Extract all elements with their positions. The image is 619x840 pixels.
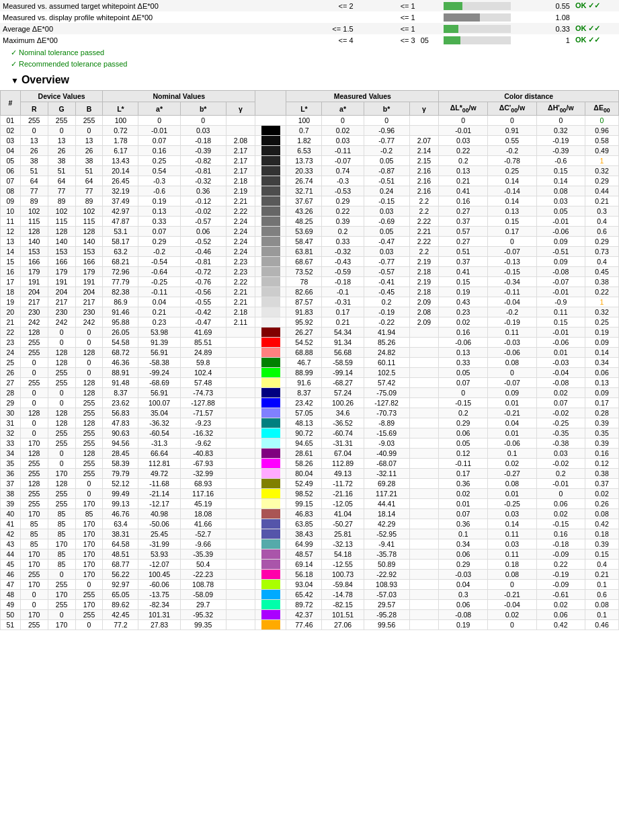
row-ameas: -0.53 [322,186,364,196]
row-dE00: 0.4 [585,217,619,227]
row-Lmeas: 95.92 [286,317,322,328]
row-B: 166 [75,257,103,267]
row-B: 26 [75,146,103,156]
row-dE00: 0.32 [585,166,619,176]
row-R: 128 [20,227,48,237]
row-bnom: -0.55 [180,297,226,307]
row-gmeas [409,610,439,620]
row-dE00: 0.38 [585,277,619,287]
row-dE00: 0.44 [585,186,619,196]
table-row: 0125525525510000100000000 [1,116,619,126]
row-gmeas [409,438,439,449]
row-gmeas: 2.22 [409,237,439,247]
row-ameas: -0.07 [322,156,364,166]
row-ameas: -32.13 [322,539,364,549]
row-ameas: -12.55 [322,560,364,570]
row-R: 170 [20,580,48,590]
row-anom: 0.21 [138,307,180,317]
summary-label: Measured vs. display profile whitepoint … [0,11,294,23]
row-B: 255 [75,438,103,449]
row-G: 128 [48,227,75,237]
row-dH: -0.01 [536,287,585,297]
row-bmeas: -0.69 [364,217,409,227]
row-anom: -12.17 [138,499,180,509]
summary-label: Average ΔE*00 [0,23,294,34]
row-dH: 0.14 [536,176,585,186]
row-dH: 0.22 [536,560,585,570]
row-anom: -31.99 [138,539,180,549]
table-row: 35255025558.39112.81-67.9358.26112.89-68… [1,459,619,469]
row-Lnom: 1.78 [103,136,138,146]
row-dC: 0 [488,620,536,630]
row-dH: -0.01 [536,217,585,227]
row-bnom: -0.57 [180,217,226,227]
row-dH: 0.15 [536,317,585,328]
row-R: 0 [20,590,48,600]
row-dE00: 0.29 [585,237,619,247]
row-B: 153 [75,247,103,257]
row-B: 230 [75,307,103,317]
row-Lnom: 47.87 [103,217,138,227]
row-bmeas: -9.41 [364,539,409,549]
row-B: 255 [75,398,103,408]
row-dL: 0.43 [439,297,488,307]
row-ameas: -36.52 [322,418,364,428]
row-dH: -0.04 [536,368,585,378]
row-B: 0 [75,358,103,368]
row-dL: -0.06 [439,338,488,348]
row-anom: 0.54 [138,166,180,176]
row-bnom: 108.78 [180,580,226,590]
row-dL: 0.27 [439,237,488,247]
table-row: 3317025525594.56-31.3-9.6294.65-31.31-9.… [1,438,619,449]
color-swatch [255,590,286,600]
color-swatch [255,196,286,206]
row-B: 255 [75,459,103,469]
row-anom: 0.29 [138,237,180,247]
row-num: 40 [1,509,21,519]
row-dE00: 0.45 [585,267,619,277]
row-bmeas: -22.92 [364,570,409,580]
row-dH: 0.15 [536,166,585,176]
row-dL: 0.12 [439,449,488,459]
row-Lmeas: 38.43 [286,529,322,539]
row-dC: 0.04 [488,418,536,428]
row-bnom: -0.39 [180,146,226,156]
col-swatch [255,91,286,116]
row-B: 170 [75,539,103,549]
row-bmeas: 44.41 [364,499,409,509]
row-Lnom: 79.79 [103,469,138,479]
row-num: 13 [1,237,21,247]
row-Lnom: 23.62 [103,398,138,408]
row-anom: 101.31 [138,610,180,620]
row-bmeas: -0.96 [364,126,409,136]
row-dE00: 0.39 [585,438,619,449]
row-Lnom: 90.63 [103,428,138,438]
color-swatch [255,136,286,146]
sub-bnom: b* [180,102,226,116]
color-swatch [255,257,286,267]
row-B: 255 [75,590,103,600]
row-ameas: 67.04 [322,449,364,459]
row-Lnom: 56.83 [103,408,138,418]
row-Lmeas: 8.37 [286,388,322,398]
row-anom: 0.25 [138,156,180,166]
row-dL: 0.33 [439,358,488,368]
row-ameas: 56.68 [322,348,364,358]
row-Lmeas: 78 [286,277,322,287]
row-bnom: 68.93 [180,479,226,489]
row-anom: -13.75 [138,590,180,600]
row-R: 115 [20,217,48,227]
row-dL: 0.01 [439,499,488,509]
triangle-icon: ▼ [11,76,19,85]
row-anom: 0.23 [138,317,180,328]
row-bnom: 99.35 [180,620,226,630]
row-G: 255 [48,600,75,610]
row-G: 0 [48,570,75,580]
row-dL: 0.02 [439,317,488,328]
row-dE00: 0.37 [585,479,619,489]
row-R: 255 [20,338,48,348]
row-bnom: -9.23 [180,418,226,428]
row-gmeas [409,499,439,509]
row-dC: -0.04 [488,600,536,610]
row-dC: 0 [488,580,536,590]
